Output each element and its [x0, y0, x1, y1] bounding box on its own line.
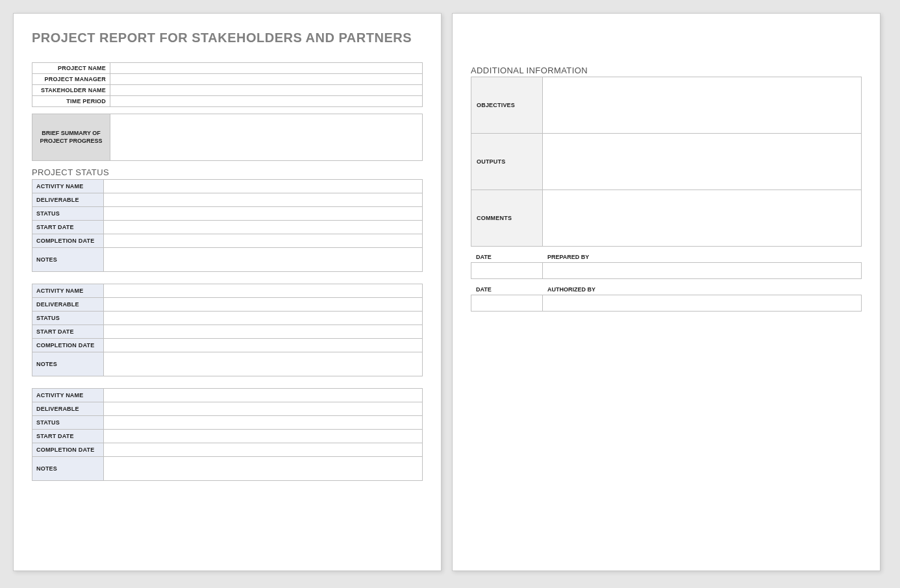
summary-label: BRIEF SUMMARY OF PROJECT PROGRESS — [32, 114, 110, 161]
document-pages: PROJECT REPORT FOR STAKEHOLDERS AND PART… — [13, 13, 887, 571]
project-name-value[interactable] — [110, 63, 423, 74]
deliverable-value[interactable] — [104, 193, 423, 207]
activity-name-value[interactable] — [104, 284, 423, 298]
project-manager-label: PROJECT MANAGER — [32, 74, 110, 85]
objectives-value[interactable] — [543, 77, 862, 134]
completion-date-label: COMPLETION DATE — [32, 234, 104, 248]
activity-name-value[interactable] — [104, 180, 423, 193]
activity-table-2: ACTIVITY NAME DELIVERABLE STATUS START D… — [32, 284, 423, 376]
activity-name-label: ACTIVITY NAME — [32, 389, 104, 402]
activity-name-label: ACTIVITY NAME — [32, 180, 104, 193]
notes-label: NOTES — [32, 457, 104, 481]
deliverable-label: DELIVERABLE — [32, 193, 104, 207]
completion-date-value[interactable] — [104, 339, 423, 352]
authorized-date-value[interactable] — [471, 295, 543, 311]
row-time-period: TIME PERIOD — [32, 96, 423, 107]
status-label: STATUS — [32, 416, 104, 430]
activity-table-3: ACTIVITY NAME DELIVERABLE STATUS START D… — [32, 388, 423, 481]
deliverable-label: DELIVERABLE — [32, 298, 104, 312]
time-period-value[interactable] — [110, 96, 423, 107]
deliverable-value[interactable] — [104, 298, 423, 312]
stakeholder-name-value[interactable] — [110, 85, 423, 96]
summary-table: BRIEF SUMMARY OF PROJECT PROGRESS — [32, 114, 423, 161]
status-value[interactable] — [104, 312, 423, 325]
additional-info-table: OBJECTIVES OUTPUTS COMMENTS — [471, 77, 862, 247]
completion-date-label: COMPLETION DATE — [32, 443, 104, 457]
comments-label: COMMENTS — [471, 190, 543, 247]
completion-date-value[interactable] — [104, 234, 423, 248]
outputs-value[interactable] — [543, 134, 862, 190]
start-date-label: START DATE — [32, 221, 104, 234]
project-name-label: PROJECT NAME — [32, 63, 110, 74]
activity-name-label: ACTIVITY NAME — [32, 284, 104, 298]
start-date-value[interactable] — [104, 430, 423, 443]
deliverable-label: DELIVERABLE — [32, 402, 104, 416]
stakeholder-name-label: STAKEHOLDER NAME — [32, 85, 110, 96]
prepared-date-value[interactable] — [471, 263, 543, 278]
completion-date-label: COMPLETION DATE — [32, 339, 104, 352]
start-date-value[interactable] — [104, 221, 423, 234]
header-info-table: PROJECT NAME PROJECT MANAGER STAKEHOLDER… — [32, 62, 423, 107]
prepared-by-label: PREPARED BY — [542, 252, 862, 262]
objectives-label: OBJECTIVES — [471, 77, 543, 134]
row-stakeholder-name: STAKEHOLDER NAME — [32, 85, 423, 96]
start-date-value[interactable] — [104, 325, 423, 339]
authorized-by-value[interactable] — [543, 295, 861, 311]
prepared-by-block: DATE PREPARED BY — [471, 252, 862, 279]
row-project-name: PROJECT NAME — [32, 63, 423, 74]
start-date-label: START DATE — [32, 430, 104, 443]
notes-label: NOTES — [32, 352, 104, 376]
comments-value[interactable] — [543, 190, 862, 247]
deliverable-value[interactable] — [104, 402, 423, 416]
activity-table-1: ACTIVITY NAME DELIVERABLE STATUS START D… — [32, 179, 423, 272]
status-label: STATUS — [32, 207, 104, 221]
date-label: DATE — [471, 284, 542, 295]
page-2: ADDITIONAL INFORMATION OBJECTIVES OUTPUT… — [452, 13, 881, 571]
start-date-label: START DATE — [32, 325, 104, 339]
additional-information-heading: ADDITIONAL INFORMATION — [471, 66, 862, 75]
row-project-manager: PROJECT MANAGER — [32, 74, 423, 85]
outputs-label: OUTPUTS — [471, 134, 543, 190]
time-period-label: TIME PERIOD — [32, 96, 110, 107]
project-manager-value[interactable] — [110, 74, 423, 85]
notes-label: NOTES — [32, 248, 104, 272]
authorized-by-block: DATE AUTHORIZED BY — [471, 284, 862, 312]
summary-value[interactable] — [110, 114, 423, 161]
page-title: PROJECT REPORT FOR STAKEHOLDERS AND PART… — [32, 31, 423, 45]
status-value[interactable] — [104, 416, 423, 430]
notes-value[interactable] — [104, 248, 423, 272]
authorized-by-label: AUTHORIZED BY — [542, 284, 862, 295]
status-value[interactable] — [104, 207, 423, 221]
page-1: PROJECT REPORT FOR STAKEHOLDERS AND PART… — [13, 13, 442, 571]
completion-date-value[interactable] — [104, 443, 423, 457]
project-status-heading: PROJECT STATUS — [32, 167, 423, 177]
date-label: DATE — [471, 252, 542, 262]
notes-value[interactable] — [104, 457, 423, 481]
prepared-by-value[interactable] — [543, 263, 861, 278]
status-label: STATUS — [32, 312, 104, 325]
notes-value[interactable] — [104, 352, 423, 376]
activity-name-value[interactable] — [104, 389, 423, 402]
